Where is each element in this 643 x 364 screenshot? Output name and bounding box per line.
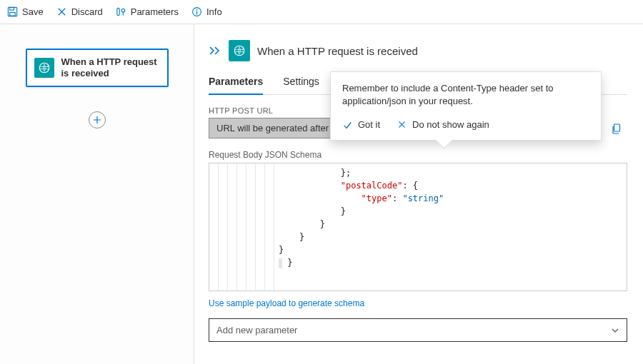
tip-callout: Remember to include a Content-Type heade…: [330, 71, 602, 141]
panel-title: When a HTTP request is received: [257, 45, 418, 57]
discard-button[interactable]: Discard: [56, 6, 103, 17]
parameters-button[interactable]: Parameters: [116, 6, 179, 17]
dont-show-again-button[interactable]: Do not show again: [397, 119, 489, 130]
http-trigger-icon: [34, 58, 54, 78]
parameters-label: Parameters: [131, 6, 179, 17]
save-label: Save: [22, 6, 44, 17]
add-parameter-label: Add new parameter: [216, 325, 297, 335]
check-icon: [342, 120, 352, 130]
svg-point-6: [196, 9, 198, 11]
schema-editor[interactable]: }; "postalCode": { "type": "string" } } …: [209, 163, 627, 291]
svg-point-4: [121, 9, 125, 12]
discard-label: Discard: [71, 6, 103, 17]
close-icon: [397, 120, 407, 129]
add-step-button[interactable]: [89, 111, 106, 128]
save-icon: [7, 6, 18, 17]
svg-rect-1: [10, 7, 14, 10]
close-icon: [56, 6, 67, 17]
svg-rect-2: [10, 12, 16, 16]
workflow-canvas: When a HTTP request is received: [0, 24, 194, 364]
collapse-panel-button[interactable]: [209, 46, 221, 56]
info-icon: [191, 6, 202, 17]
svg-rect-9: [614, 124, 620, 131]
trigger-card-title: When a HTTP request is received: [61, 56, 160, 79]
tab-parameters[interactable]: Parameters: [209, 70, 263, 94]
gotit-button[interactable]: Got it: [342, 119, 380, 130]
gotit-label: Got it: [358, 119, 380, 130]
copy-url-button[interactable]: [606, 118, 627, 138]
callout-text: Remember to include a Content-Type heade…: [342, 82, 589, 108]
editor-content[interactable]: }; "postalCode": { "type": "string" } } …: [274, 163, 448, 290]
detail-panel: When a HTTP request is received Paramete…: [194, 24, 643, 364]
http-trigger-icon: [229, 40, 250, 61]
svg-rect-3: [117, 8, 119, 15]
chevron-right-double-icon: [209, 46, 221, 56]
editor-gutter: [209, 163, 274, 290]
parameters-icon: [116, 6, 126, 17]
dont-show-label: Do not show again: [412, 119, 489, 130]
plus-icon: [92, 115, 102, 125]
schema-label: Request Body JSON Schema: [209, 150, 627, 160]
add-parameter-dropdown[interactable]: Add new parameter: [209, 318, 627, 342]
copy-icon: [611, 123, 622, 134]
save-button[interactable]: Save: [7, 6, 44, 17]
command-bar: Save Discard Parameters Info: [0, 0, 643, 24]
info-label: Info: [206, 6, 222, 17]
tab-settings[interactable]: Settings: [283, 70, 319, 94]
info-button[interactable]: Info: [191, 6, 222, 17]
trigger-card[interactable]: When a HTTP request is received: [26, 49, 169, 87]
use-sample-payload-link[interactable]: Use sample payload to generate schema: [209, 298, 364, 308]
chevron-down-icon: [611, 326, 619, 335]
